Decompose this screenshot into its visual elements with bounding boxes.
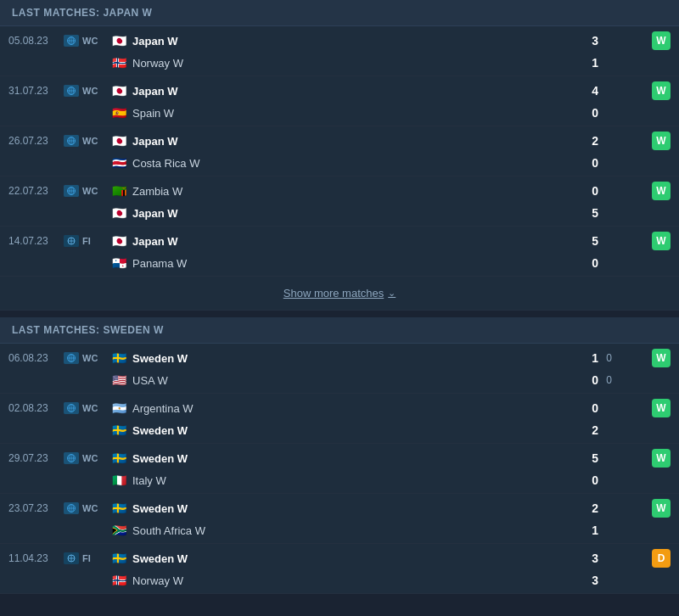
match-row[interactable]: 🇨🇷Costa Rica W0: [0, 153, 679, 176]
match-row[interactable]: 🇳🇴Norway W3: [0, 570, 679, 594]
result-cell: W: [620, 349, 671, 367]
section-header-japan: LAST MATCHES: JAPAN W: [0, 0, 679, 26]
team-name: Spain W: [132, 107, 174, 120]
team-col: 🇯🇵Japan W: [110, 35, 573, 48]
team-flag: 🇯🇵: [110, 207, 127, 219]
team-col: 🇳🇴Norway W: [110, 574, 573, 587]
match-pair: 06.08.23 WC🇸🇪Sweden W10W🇺🇸USA W00: [0, 344, 679, 394]
section-sweden: LAST MATCHES: SWEDEN W06.08.23 WC🇸🇪Swede…: [0, 317, 679, 594]
result-cell: W: [620, 81, 671, 100]
comp-label: WC: [82, 36, 98, 46]
match-pair: 11.04.23 FI🇸🇪Sweden W3D🇳🇴Norway W3: [0, 544, 679, 594]
team-col: 🇯🇵Japan W: [110, 135, 573, 148]
result-badge: W: [652, 349, 671, 367]
show-more-container: Show more matches ⌄: [0, 277, 679, 311]
wc-competition-icon: [64, 185, 79, 197]
match-row[interactable]: 🇵🇦Panama W0: [0, 253, 679, 277]
match-row[interactable]: 🇸🇪Sweden W2: [0, 420, 679, 444]
result-cell: W: [620, 449, 671, 468]
team-name: Sweden W: [132, 424, 188, 437]
extra-score: 0: [598, 352, 620, 364]
match-row[interactable]: 11.04.23 FI🇸🇪Sweden W3D: [0, 544, 679, 570]
match-score: 0: [573, 106, 598, 120]
team-col: 🇯🇵Japan W: [110, 207, 573, 220]
match-row[interactable]: 🇮🇹Italy W0: [0, 470, 679, 494]
match-competition: WC: [64, 352, 110, 364]
wc-competition-icon: [64, 135, 79, 147]
match-row[interactable]: 🇯🇵Japan W5: [0, 203, 679, 227]
match-score: 1: [573, 56, 598, 70]
match-score: 0: [573, 373, 598, 387]
result-badge: W: [652, 399, 671, 417]
wc-competition-icon: [64, 352, 79, 364]
team-name: Zambia W: [132, 185, 182, 198]
match-row[interactable]: 31.07.23 WC🇯🇵Japan W4W: [0, 76, 679, 103]
match-date: 29.07.23: [8, 452, 64, 464]
match-date: 11.04.23: [8, 552, 64, 564]
match-row[interactable]: 06.08.23 WC🇸🇪Sweden W10W: [0, 344, 679, 370]
match-competition: WC: [64, 502, 110, 514]
team-col: 🇸🇪Sweden W: [110, 424, 573, 437]
comp-label: FI: [82, 236, 91, 246]
match-row[interactable]: 🇳🇴Norway W1: [0, 53, 679, 76]
team-name: Sweden W: [132, 552, 188, 565]
match-score: 2: [573, 501, 598, 515]
team-flag: 🇳🇴: [110, 57, 127, 69]
team-col: 🇿🇲Zambia W: [110, 185, 573, 198]
result-badge: W: [652, 81, 671, 100]
match-score: 0: [573, 473, 598, 487]
match-row[interactable]: 05.08.23 WC🇯🇵Japan W3W: [0, 26, 679, 53]
show-more-button[interactable]: Show more matches ⌄: [283, 287, 396, 300]
team-flag: 🇨🇷: [110, 157, 127, 169]
team-col: 🇸🇪Sweden W: [110, 352, 573, 365]
match-competition: FI: [64, 552, 110, 564]
team-flag: 🇿🇲: [110, 185, 127, 197]
match-competition: WC: [64, 185, 110, 197]
comp-label: FI: [82, 553, 91, 563]
show-more-label: Show more matches: [283, 287, 384, 300]
match-row[interactable]: 🇪🇸Spain W0: [0, 103, 679, 126]
match-row[interactable]: 22.07.23 WC🇿🇲Zambia W0W: [0, 176, 679, 203]
wc-competition-icon: [64, 402, 79, 414]
team-name: Japan W: [132, 85, 177, 98]
team-name: Panama W: [132, 257, 187, 270]
team-flag: 🇸🇪: [110, 452, 127, 464]
match-score: 5: [573, 451, 598, 465]
match-score: 5: [573, 206, 598, 220]
match-pair: 23.07.23 WC🇸🇪Sweden W2W🇿🇦South Africa W1: [0, 494, 679, 544]
team-col: 🇿🇦South Africa W: [110, 524, 573, 537]
match-date: 26.07.23: [8, 135, 64, 147]
match-row[interactable]: 29.07.23 WC🇸🇪Sweden W5W: [0, 444, 679, 470]
match-row[interactable]: 26.07.23 WC🇯🇵Japan W2W: [0, 126, 679, 153]
team-name: Norway W: [132, 574, 183, 587]
section-japan: LAST MATCHES: JAPAN W05.08.23 WC🇯🇵Japan …: [0, 0, 679, 311]
result-cell: W: [620, 132, 671, 150]
match-date: 02.08.23: [8, 402, 64, 414]
fi-competition-icon: [64, 552, 79, 564]
match-score: 3: [573, 34, 598, 48]
extra-score: 0: [598, 374, 620, 386]
match-row[interactable]: 🇿🇦South Africa W1: [0, 520, 679, 544]
team-flag: 🇸🇪: [110, 552, 127, 564]
team-name: Sweden W: [132, 452, 188, 465]
match-row[interactable]: 14.07.23 FI🇯🇵Japan W5W: [0, 227, 679, 253]
match-row[interactable]: 02.08.23 WC🇦🇷Argentina W0W: [0, 394, 679, 420]
match-score: 3: [573, 574, 598, 587]
match-row[interactable]: 23.07.23 WC🇸🇪Sweden W2W: [0, 494, 679, 520]
team-flag: 🇯🇵: [110, 135, 127, 147]
match-row[interactable]: 🇺🇸USA W00: [0, 370, 679, 394]
wc-competition-icon: [64, 502, 79, 514]
team-flag: 🇮🇹: [110, 474, 127, 486]
team-name: Argentina W: [132, 402, 194, 415]
team-name: Japan W: [132, 35, 177, 48]
result-badge: W: [652, 449, 671, 468]
team-name: Costa Rica W: [132, 157, 199, 170]
team-flag: 🇯🇵: [110, 35, 127, 47]
match-date: 23.07.23: [8, 502, 64, 514]
section-header-sweden: LAST MATCHES: SWEDEN W: [0, 317, 679, 344]
team-col: 🇳🇴Norway W: [110, 57, 573, 70]
result-cell: W: [620, 232, 671, 250]
result-cell: W: [620, 499, 671, 518]
match-date: 06.08.23: [8, 352, 64, 364]
match-date: 14.07.23: [8, 235, 64, 247]
